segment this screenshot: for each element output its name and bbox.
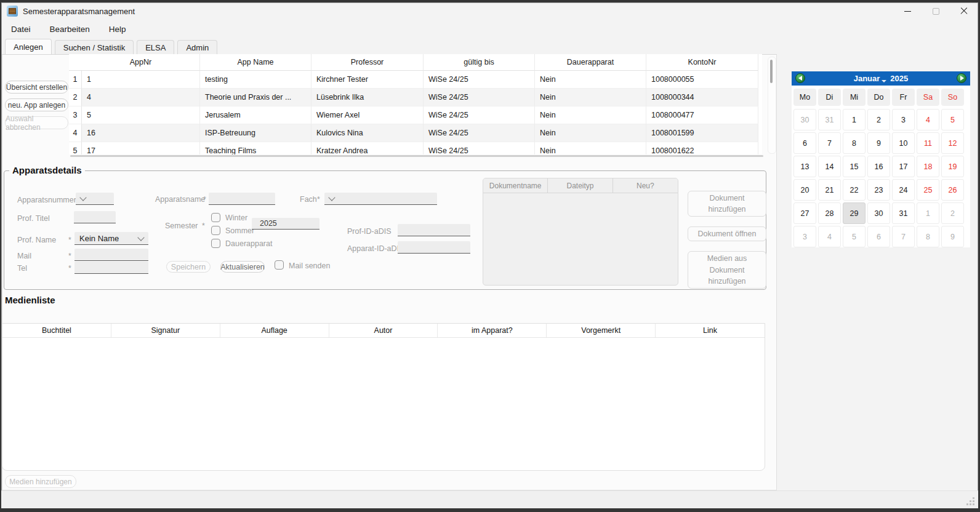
calendar-day-cell[interactable]: 5 [843, 226, 866, 247]
calendar-day-cell[interactable]: 23 [867, 179, 890, 201]
minimize-button[interactable] [893, 2, 922, 20]
calendar-day-cell[interactable]: 17 [892, 156, 915, 177]
calendar-day-cell[interactable]: 4 [917, 109, 939, 130]
calendar-day-cell[interactable]: 28 [818, 202, 841, 224]
tab-admin[interactable]: Admin [177, 40, 217, 54]
table-row[interactable]: 416ISP-BetreuungKulovics NinaWiSe 24/25N… [69, 124, 762, 142]
calendar-day-cell[interactable]: 6 [793, 132, 816, 154]
calendar-day-cell[interactable]: 22 [843, 179, 866, 201]
calendar-day-cell[interactable]: 8 [843, 132, 866, 154]
doc-button-3[interactable]: Medien aus Dokument hinzufügen [688, 251, 766, 288]
apparatsname-input[interactable] [209, 193, 275, 205]
calendar-day-cell[interactable]: 27 [793, 202, 816, 224]
table-horizontal-scrollbar[interactable] [70, 155, 763, 157]
apparat-id-adis-input[interactable] [398, 241, 470, 254]
calendar-day-cell[interactable]: 2 [867, 109, 890, 130]
column-header-professor[interactable]: Professor [311, 54, 424, 71]
calendar-day-cell[interactable]: 2 [941, 202, 964, 224]
column-header-appnr[interactable]: AppNr [82, 54, 200, 71]
calendar-day-cell[interactable]: 16 [867, 156, 890, 177]
column-header-kontonr[interactable]: KontoNr [646, 54, 758, 71]
calendar-day-cell[interactable]: 1 [843, 109, 866, 130]
doc-button-2[interactable]: Dokument öffnen [688, 226, 766, 241]
calendar-day-cell[interactable]: 15 [843, 156, 866, 177]
calendar-day-cell[interactable]: 12 [941, 132, 964, 154]
calendar-day-cell[interactable]: 21 [818, 179, 841, 201]
calendar-day-cell[interactable]: 1 [917, 202, 939, 224]
table-row[interactable]: 35JerusalemWiemer AxelWiSe 24/25Nein1008… [69, 106, 762, 124]
calendar-day-cell[interactable]: 19 [941, 156, 964, 177]
calendar-day-cell[interactable]: 13 [793, 156, 816, 177]
tel-input[interactable] [74, 262, 148, 274]
tab-elsa[interactable]: ELSA [137, 40, 174, 54]
calendar-day-cell[interactable]: 30 [867, 202, 890, 224]
checkbox-dauerapparat[interactable] [211, 239, 220, 248]
calendar-day-cell[interactable]: 9 [867, 132, 890, 154]
calendar-day-cell[interactable]: 25 [917, 179, 939, 201]
table-row[interactable]: 24Theorie und Praxis der ...Lüsebrink Il… [69, 89, 762, 106]
calendar-day-cell[interactable]: 26 [941, 179, 964, 201]
speichern-button[interactable]: Speichern [166, 261, 211, 273]
calendar-day-cell[interactable]: 7 [892, 226, 915, 247]
medien-column-buchtitel[interactable]: Buchtitel [2, 324, 111, 337]
table-row[interactable]: 11testingKirchner TesterWiSe 24/25Nein10… [69, 71, 762, 89]
medien-column-signatur[interactable]: Signatur [111, 324, 220, 337]
column-header-app-name[interactable]: App Name [200, 54, 311, 71]
sidebar-button-3[interactable]: Auswahl abbrechen [5, 116, 68, 129]
calendar-day-cell[interactable]: 18 [917, 156, 939, 177]
calendar-day-cell[interactable]: 31 [818, 109, 841, 130]
calendar-title[interactable]: Januar 2025 [854, 74, 909, 83]
calendar-day-cell[interactable]: 31 [892, 202, 915, 224]
maximize-button[interactable] [922, 2, 950, 20]
scrollbar-thumb[interactable] [770, 60, 773, 83]
prof-id-adis-input[interactable] [398, 224, 470, 236]
resize-grip[interactable] [966, 497, 974, 505]
medien-column-autor[interactable]: Autor [329, 324, 438, 337]
medien-hinzufuegen-button[interactable]: Medien hinzufügen [5, 475, 76, 488]
column-header-g-ltig-bis[interactable]: gültig bis [424, 54, 535, 71]
menu-item-datei[interactable]: Datei [11, 25, 31, 34]
doc-button-1[interactable]: Dokument hinzufügen [688, 191, 766, 217]
calendar-next-month-button[interactable] [957, 73, 966, 83]
close-button[interactable] [950, 2, 978, 20]
tab-anlegen[interactable]: Anlegen [5, 39, 52, 54]
mail-input[interactable] [74, 249, 148, 261]
table-row[interactable]: 517Teaching FilmsKratzer AndreaWiSe 24/2… [69, 142, 762, 154]
medien-column-im-apparat?[interactable]: im Apparat? [438, 324, 547, 337]
tab-suchen-statistik[interactable]: Suchen / Statistik [55, 40, 134, 54]
calendar-day-cell[interactable]: 24 [892, 179, 915, 201]
calendar-day-cell[interactable]: 29 [843, 202, 866, 224]
medien-column-vorgemerkt[interactable]: Vorgemerkt [547, 324, 656, 337]
medien-column-auflage[interactable]: Auflage [220, 324, 329, 337]
prof-name-select[interactable]: Kein Name [74, 232, 148, 245]
aktualisieren-button[interactable]: Aktualisieren [220, 261, 265, 273]
calendar-day-cell[interactable]: 10 [892, 132, 915, 154]
column-header-dauerapparat[interactable]: Dauerapparat [535, 54, 646, 71]
calendar-day-cell[interactable]: 11 [917, 132, 939, 154]
medien-column-link[interactable]: Link [656, 324, 765, 337]
prof-titel-input[interactable] [74, 211, 116, 223]
calendar-day-cell[interactable]: 4 [818, 226, 841, 247]
sidebar-button-1[interactable]: Übersicht erstellen [5, 81, 68, 94]
calendar-day-cell[interactable]: 20 [793, 179, 816, 201]
calendar-day-cell[interactable]: 7 [818, 132, 841, 154]
mail-senden-checkbox[interactable] [275, 260, 284, 270]
checkbox-winter[interactable] [211, 213, 220, 222]
calendar-day-cell[interactable]: 3 [793, 226, 816, 247]
calendar-prev-month-button[interactable] [795, 73, 805, 83]
table-vertical-scrollbar[interactable] [768, 57, 776, 154]
menu-item-bearbeiten[interactable]: Bearbeiten [50, 25, 90, 34]
fach-select[interactable] [324, 193, 437, 205]
sidebar-button-2[interactable]: neu. App anlegen [5, 98, 68, 111]
calendar-day-cell[interactable]: 14 [818, 156, 841, 177]
calendar-day-cell[interactable]: 8 [917, 226, 939, 247]
calendar-day-cell[interactable]: 9 [941, 226, 964, 247]
checkbox-sommer[interactable] [211, 226, 220, 235]
calendar-day-cell[interactable]: 6 [867, 226, 890, 247]
apparatsnummer-select[interactable] [76, 193, 114, 205]
calendar-day-cell[interactable]: 3 [892, 109, 915, 130]
calendar-day-cell[interactable]: 30 [793, 109, 816, 130]
menu-item-help[interactable]: Help [109, 25, 126, 34]
semester-year-input[interactable]: 2025 [252, 218, 319, 230]
calendar-day-cell[interactable]: 5 [941, 109, 964, 130]
